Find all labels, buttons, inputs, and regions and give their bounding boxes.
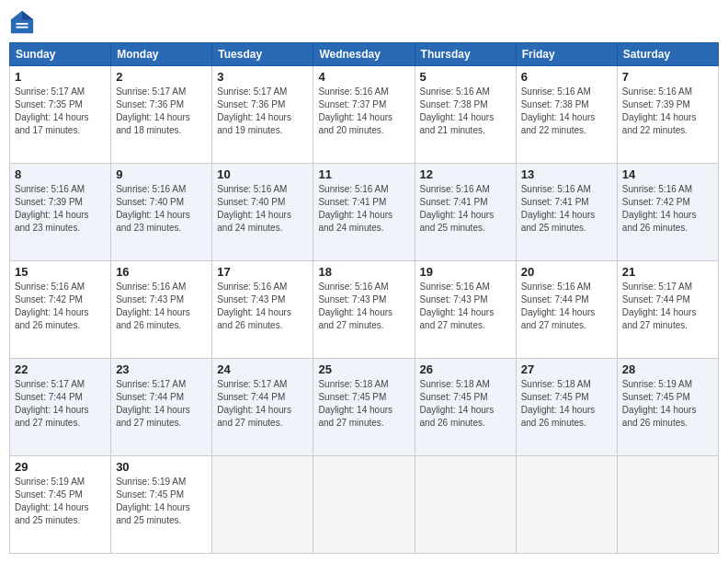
day-number: 2 xyxy=(116,70,207,84)
calendar-cell: 13Sunrise: 5:16 AM Sunset: 7:41 PM Dayli… xyxy=(516,164,617,261)
day-info: Sunrise: 5:19 AM Sunset: 7:45 PM Dayligh… xyxy=(15,476,106,527)
calendar-day-header: Tuesday xyxy=(212,43,313,66)
day-info: Sunrise: 5:16 AM Sunset: 7:41 PM Dayligh… xyxy=(318,183,409,235)
calendar-cell: 23Sunrise: 5:17 AM Sunset: 7:44 PM Dayli… xyxy=(111,359,212,456)
day-number: 23 xyxy=(116,362,207,376)
day-info: Sunrise: 5:17 AM Sunset: 7:44 PM Dayligh… xyxy=(15,378,106,430)
header xyxy=(9,9,719,35)
day-number: 29 xyxy=(15,460,106,474)
day-number: 24 xyxy=(217,362,308,376)
day-info: Sunrise: 5:16 AM Sunset: 7:39 PM Dayligh… xyxy=(622,86,713,137)
day-info: Sunrise: 5:18 AM Sunset: 7:45 PM Dayligh… xyxy=(318,378,409,430)
calendar-cell: 30Sunrise: 5:19 AM Sunset: 7:45 PM Dayli… xyxy=(111,456,212,554)
calendar-cell: 16Sunrise: 5:16 AM Sunset: 7:43 PM Dayli… xyxy=(111,261,212,359)
day-number: 1 xyxy=(15,70,106,84)
day-info: Sunrise: 5:16 AM Sunset: 7:43 PM Dayligh… xyxy=(318,281,409,332)
calendar-cell: 17Sunrise: 5:16 AM Sunset: 7:43 PM Dayli… xyxy=(212,261,313,359)
calendar-day-header: Saturday xyxy=(617,43,718,66)
calendar-cell: 19Sunrise: 5:16 AM Sunset: 7:43 PM Dayli… xyxy=(415,261,516,359)
calendar-cell: 20Sunrise: 5:16 AM Sunset: 7:44 PM Dayli… xyxy=(516,261,617,359)
day-number: 25 xyxy=(318,362,409,376)
day-number: 4 xyxy=(318,70,409,84)
day-info: Sunrise: 5:16 AM Sunset: 7:42 PM Dayligh… xyxy=(15,281,106,332)
calendar-cell: 26Sunrise: 5:18 AM Sunset: 7:45 PM Dayli… xyxy=(415,359,516,456)
day-number: 3 xyxy=(217,70,308,84)
day-info: Sunrise: 5:16 AM Sunset: 7:41 PM Dayligh… xyxy=(521,183,612,235)
calendar-day-header: Thursday xyxy=(415,43,516,66)
calendar-cell: 11Sunrise: 5:16 AM Sunset: 7:41 PM Dayli… xyxy=(313,164,415,261)
day-number: 5 xyxy=(420,70,511,84)
calendar-cell: 14Sunrise: 5:16 AM Sunset: 7:42 PM Dayli… xyxy=(617,164,718,261)
day-number: 22 xyxy=(15,362,106,376)
day-info: Sunrise: 5:16 AM Sunset: 7:44 PM Dayligh… xyxy=(521,281,612,332)
calendar-cell: 10Sunrise: 5:16 AM Sunset: 7:40 PM Dayli… xyxy=(212,164,313,261)
svg-rect-2 xyxy=(16,23,28,25)
day-number: 8 xyxy=(15,167,106,181)
calendar-week-row: 1Sunrise: 5:17 AM Sunset: 7:35 PM Daylig… xyxy=(10,66,719,164)
calendar-day-header: Monday xyxy=(111,43,212,66)
day-number: 15 xyxy=(15,265,106,279)
day-number: 27 xyxy=(521,362,612,376)
day-number: 9 xyxy=(116,167,207,181)
day-number: 28 xyxy=(622,362,713,376)
calendar-day-header: Wednesday xyxy=(313,43,415,66)
calendar-cell xyxy=(516,456,617,554)
calendar-week-row: 15Sunrise: 5:16 AM Sunset: 7:42 PM Dayli… xyxy=(10,261,719,359)
day-info: Sunrise: 5:16 AM Sunset: 7:38 PM Dayligh… xyxy=(420,86,511,137)
day-info: Sunrise: 5:17 AM Sunset: 7:36 PM Dayligh… xyxy=(116,86,207,137)
day-number: 11 xyxy=(318,167,409,181)
day-info: Sunrise: 5:16 AM Sunset: 7:40 PM Dayligh… xyxy=(217,183,308,235)
day-number: 16 xyxy=(116,265,207,279)
day-number: 17 xyxy=(217,265,308,279)
day-info: Sunrise: 5:17 AM Sunset: 7:44 PM Dayligh… xyxy=(622,281,713,332)
day-info: Sunrise: 5:17 AM Sunset: 7:44 PM Dayligh… xyxy=(217,378,308,430)
day-number: 19 xyxy=(420,265,511,279)
day-number: 12 xyxy=(420,167,511,181)
calendar-cell: 3Sunrise: 5:17 AM Sunset: 7:36 PM Daylig… xyxy=(212,66,313,164)
calendar-header-row: SundayMondayTuesdayWednesdayThursdayFrid… xyxy=(10,43,719,66)
day-info: Sunrise: 5:19 AM Sunset: 7:45 PM Dayligh… xyxy=(622,378,713,430)
calendar-cell xyxy=(415,456,516,554)
day-number: 6 xyxy=(521,70,612,84)
calendar-week-row: 29Sunrise: 5:19 AM Sunset: 7:45 PM Dayli… xyxy=(10,456,719,554)
day-number: 20 xyxy=(521,265,612,279)
day-info: Sunrise: 5:16 AM Sunset: 7:43 PM Dayligh… xyxy=(217,281,308,332)
day-number: 30 xyxy=(116,460,207,474)
calendar-cell: 22Sunrise: 5:17 AM Sunset: 7:44 PM Dayli… xyxy=(10,359,111,456)
page: SundayMondayTuesdayWednesdayThursdayFrid… xyxy=(0,0,728,563)
calendar-week-row: 22Sunrise: 5:17 AM Sunset: 7:44 PM Dayli… xyxy=(10,359,719,456)
svg-marker-1 xyxy=(22,11,33,19)
calendar-cell: 9Sunrise: 5:16 AM Sunset: 7:40 PM Daylig… xyxy=(111,164,212,261)
calendar-cell: 25Sunrise: 5:18 AM Sunset: 7:45 PM Dayli… xyxy=(313,359,415,456)
svg-rect-3 xyxy=(16,27,28,29)
calendar-cell: 2Sunrise: 5:17 AM Sunset: 7:36 PM Daylig… xyxy=(111,66,212,164)
calendar-cell: 1Sunrise: 5:17 AM Sunset: 7:35 PM Daylig… xyxy=(10,66,111,164)
day-info: Sunrise: 5:16 AM Sunset: 7:42 PM Dayligh… xyxy=(622,183,713,235)
calendar-cell: 15Sunrise: 5:16 AM Sunset: 7:42 PM Dayli… xyxy=(10,261,111,359)
day-info: Sunrise: 5:18 AM Sunset: 7:45 PM Dayligh… xyxy=(521,378,612,430)
day-number: 7 xyxy=(622,70,713,84)
day-info: Sunrise: 5:16 AM Sunset: 7:39 PM Dayligh… xyxy=(15,183,106,235)
calendar-table: SundayMondayTuesdayWednesdayThursdayFrid… xyxy=(9,42,719,554)
calendar-cell xyxy=(313,456,415,554)
day-info: Sunrise: 5:19 AM Sunset: 7:45 PM Dayligh… xyxy=(116,476,207,527)
calendar-cell: 4Sunrise: 5:16 AM Sunset: 7:37 PM Daylig… xyxy=(313,66,415,164)
day-info: Sunrise: 5:16 AM Sunset: 7:43 PM Dayligh… xyxy=(420,281,511,332)
calendar-cell: 28Sunrise: 5:19 AM Sunset: 7:45 PM Dayli… xyxy=(617,359,718,456)
day-info: Sunrise: 5:16 AM Sunset: 7:41 PM Dayligh… xyxy=(420,183,511,235)
calendar-cell: 24Sunrise: 5:17 AM Sunset: 7:44 PM Dayli… xyxy=(212,359,313,456)
logo-icon xyxy=(9,9,35,35)
calendar-cell: 29Sunrise: 5:19 AM Sunset: 7:45 PM Dayli… xyxy=(10,456,111,554)
day-info: Sunrise: 5:17 AM Sunset: 7:35 PM Dayligh… xyxy=(15,86,106,137)
calendar-cell xyxy=(212,456,313,554)
calendar-cell xyxy=(617,456,718,554)
calendar-cell: 18Sunrise: 5:16 AM Sunset: 7:43 PM Dayli… xyxy=(313,261,415,359)
calendar-cell: 7Sunrise: 5:16 AM Sunset: 7:39 PM Daylig… xyxy=(617,66,718,164)
day-number: 13 xyxy=(521,167,612,181)
day-info: Sunrise: 5:16 AM Sunset: 7:43 PM Dayligh… xyxy=(116,281,207,332)
calendar-cell: 12Sunrise: 5:16 AM Sunset: 7:41 PM Dayli… xyxy=(415,164,516,261)
day-number: 14 xyxy=(622,167,713,181)
day-info: Sunrise: 5:17 AM Sunset: 7:36 PM Dayligh… xyxy=(217,86,308,137)
calendar-cell: 6Sunrise: 5:16 AM Sunset: 7:38 PM Daylig… xyxy=(516,66,617,164)
calendar-day-header: Sunday xyxy=(10,43,111,66)
